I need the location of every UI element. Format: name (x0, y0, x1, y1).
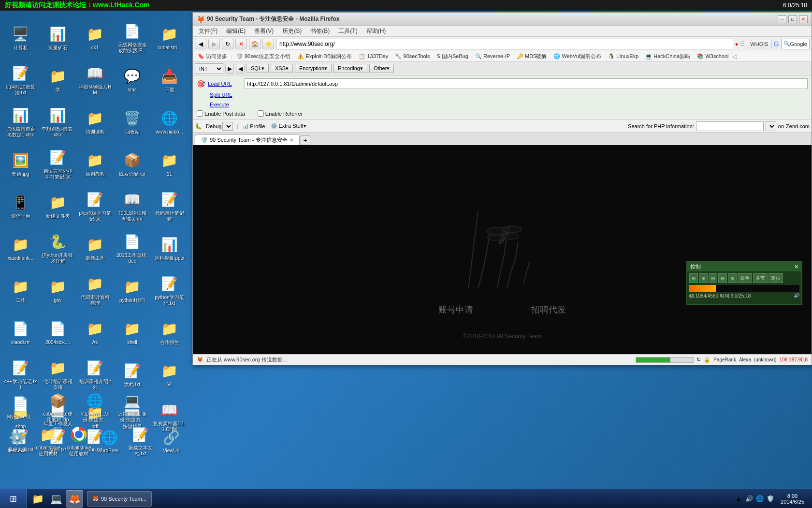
search-php-input[interactable] (696, 121, 764, 131)
close-button[interactable]: ✕ (799, 15, 808, 23)
bookmark-tools[interactable]: 🔧 90secTools (392, 53, 433, 60)
sqli-type-select[interactable]: INT String Union Error Blind (195, 63, 223, 74)
desktop-icon-xue[interactable]: 📁 学 (40, 59, 76, 100)
video-locate-btn[interactable]: 定位 (768, 273, 783, 283)
start-button[interactable]: ⊞ (0, 489, 27, 508)
reload-button[interactable]: ↻ (222, 39, 233, 49)
home-button[interactable]: 🏠 (249, 39, 261, 49)
desktop-icon-computer[interactable]: 🖥️ 计算机 (2, 17, 39, 58)
menu-tools[interactable]: 工具(T) (334, 26, 361, 36)
desktop-icon-python-code[interactable]: 📁 pythonf代码 (114, 269, 150, 311)
menu-view[interactable]: 查看(V) (250, 26, 277, 36)
extra-stuff-button[interactable]: ⚙️ Extra Stuff▾ (269, 122, 308, 130)
bookmark-webvul[interactable]: 🌐 WebVul漏洞公布 (551, 52, 604, 60)
profile-button[interactable]: 📊 Profile (240, 122, 267, 130)
sqli-encryption-button[interactable]: Encryption▾ (295, 64, 332, 73)
desktop-icon-wordpress[interactable]: 🌐 WordPres... (95, 423, 125, 458)
video-btn-5[interactable]: ⊞ (728, 273, 737, 283)
taskbar-monitor-icon[interactable]: 💻 (47, 490, 65, 508)
desktop-icon-yuanchuang[interactable]: 📁 原创教程 (77, 143, 113, 184)
forward-button[interactable]: ▶ (208, 39, 220, 49)
sqli-go-button[interactable]: ▶ (225, 64, 234, 74)
taskbar-firefox-icon[interactable]: 🦊 (66, 490, 83, 508)
stop-button[interactable]: ✕ (235, 39, 247, 49)
sqli-sql-button[interactable]: SQL▾ (246, 64, 269, 73)
desktop-icon-niubo[interactable]: 🌐 www.niubo... (151, 101, 188, 142)
bookmark-linuxexp[interactable]: 🐧 LInuxExp (605, 53, 641, 60)
desktop-icon-work[interactable]: 📁 工作 (2, 269, 39, 311)
desktop-icon-tools[interactable]: 📖 T00LS论坛精华集.chm (114, 185, 150, 226)
sqli-encoding-button[interactable]: Encoding▾ (334, 64, 367, 73)
desktop-icon-peixun[interactable]: 📁 培训课程 (77, 101, 113, 142)
sqli-other-button[interactable]: Other▾ (369, 64, 394, 73)
bookmark-w3school[interactable]: 📚 W3school (694, 53, 731, 60)
desktop-icon-chrome[interactable]: cobaltstrike 使用教材 (64, 423, 94, 458)
bookmark-reverse[interactable]: 🔍 Reverse-IP (472, 53, 513, 60)
bookmark-md5[interactable]: 🔑 MD5破解 (514, 52, 550, 60)
maximize-button[interactable]: □ (788, 15, 797, 23)
tray-arrow-icon[interactable]: ▲ (734, 494, 743, 503)
load-url-button[interactable]: Load URL (208, 81, 242, 87)
video-chapter-btn[interactable]: 多节 (753, 273, 768, 283)
bookmark-exploit[interactable]: ⚠️ Exploit-DB漏洞公布 (294, 52, 355, 60)
desktop-icon-cobalt-zip[interactable]: 📦 cobaltstrike使用教材.zip (40, 389, 76, 424)
sqli-xss-button[interactable]: XSS▾ (271, 64, 293, 73)
execute-button[interactable]: Execute (210, 102, 244, 107)
desktop-icon-tencent[interactable]: 📊 腾讯微博前百名数据1.xlsx (2, 101, 39, 142)
video-btn-1[interactable]: ⊞ (689, 273, 698, 283)
split-url-button[interactable]: Split URL (210, 92, 244, 98)
desktop-icon-gov[interactable]: 📁 gov (40, 269, 76, 311)
desktop-icon-mypower[interactable]: 📄 MyPower3... (2, 389, 39, 424)
whois-button[interactable]: WHOIS (747, 40, 771, 48)
desktop-icon-qq[interactable]: 📝 qq网地加密算法.txt (2, 59, 39, 100)
bookmark-visit-more[interactable]: 🔖 访问更多 (195, 52, 230, 60)
desktop-icon-jintai[interactable]: 💻 近期台式机备份-快捷方... (114, 389, 150, 424)
desktop-icon-2004stck[interactable]: 📄 2004stck.... (40, 312, 76, 353)
video-menu-btn[interactable]: 菜单 (738, 273, 752, 283)
desktop-icon-zuixingongzuo[interactable]: 📁 最新工作 (77, 227, 113, 269)
taskbar-task-firefox[interactable]: 🦊 90 Security Team... (87, 491, 152, 507)
taskbar-explorer-icon[interactable]: 📁 (29, 490, 46, 508)
menu-help[interactable]: 帮助(H) (362, 26, 390, 36)
desktop-icon-wifi[interactable]: 📄 无线网络安全攻防实践.P... (114, 17, 150, 58)
tray-action-center-icon[interactable]: 🛡️ (766, 494, 775, 503)
desktop-icon-aodi[interactable]: 🖼️ 奥迪.jpg (2, 143, 39, 184)
new-tab-button[interactable]: + (301, 135, 310, 145)
video-btn-2[interactable]: ⊞ (699, 273, 708, 283)
address-bar[interactable] (276, 39, 733, 49)
desktop-icon-xinjianwenben[interactable]: 📝 新建文本文档.txt (126, 423, 156, 458)
desktop-icon-python-notes[interactable]: 📝 python学习笔记.txt (151, 269, 188, 311)
referrer-check[interactable] (258, 110, 264, 117)
desktop-icon-python-book[interactable]: 🐍 [Python开发技术详解 (40, 227, 76, 269)
bookmark-sebug[interactable]: S 国内SeBug (434, 52, 471, 60)
tab-90sec[interactable]: 🛡️ 90 Security Team - 专注信息安全 ✕ (195, 134, 300, 145)
desktop-icon-dike[interactable]: 📊 迪科模板.pptx (151, 227, 188, 269)
desktop-icon-cobaltuse[interactable]: 📁 cobaltstrike使用教材 (33, 423, 63, 458)
desktop-icon-shenqi[interactable]: 📖 神器体验版.CHM (77, 59, 113, 100)
menu-edit[interactable]: 编辑(E) (222, 26, 249, 36)
desktop-icon-traffic[interactable]: 📊 流量矿石 (40, 17, 76, 58)
tab-close-button[interactable]: ✕ (290, 137, 293, 143)
desktop-icon-2013[interactable]: 📄 2013工作总结.doc (114, 227, 150, 269)
desktop-icon-duanxin[interactable]: 📱 短信平台 (2, 185, 39, 226)
desktop-icon-xiaodirrr[interactable]: 📄 xiaodi.rrr (2, 312, 39, 353)
bookmark-90sec[interactable]: 🛡️ 90sec信息安全小组 (233, 52, 293, 60)
desktop-icon-download[interactable]: 📥 下载 (151, 59, 188, 100)
video-progress[interactable] (689, 285, 799, 292)
enable-referrer-checkbox[interactable]: Enable Referrer (258, 110, 303, 117)
menu-file[interactable]: 文件(F) (195, 26, 221, 36)
desktop-icon-11[interactable]: 📁 11 (151, 143, 188, 184)
back-button[interactable]: ◀ (195, 39, 206, 49)
desktop-icon-viewurl[interactable]: 🔗 ViewUrl (156, 423, 186, 458)
desktop-icon-cobalt[interactable]: 📁 cobaltstri... (151, 17, 188, 58)
desktop-icon-As[interactable]: 📁 As (77, 312, 113, 353)
desktop-icon-ck1[interactable]: 📁 ck1 (77, 17, 113, 58)
menu-bookmarks[interactable]: 书签(B) (306, 26, 334, 36)
bookmark-hackchina[interactable]: 💻 HackChina源码 (642, 52, 693, 60)
bookmark-1337[interactable]: 📋 1337Day (356, 53, 391, 60)
desktop-icon-code-audit[interactable]: 📁 代码审计资料整理 (77, 269, 113, 311)
video-control-close[interactable]: ✕ (794, 264, 798, 270)
desktop-icon-daimashen[interactable]: 📝 代码审计笔记解 (151, 185, 188, 226)
desktop-icon-xiaodi[interactable]: 📁 xiaodifank... (2, 227, 39, 269)
sqli-prev-button[interactable]: ◀ (236, 64, 245, 74)
